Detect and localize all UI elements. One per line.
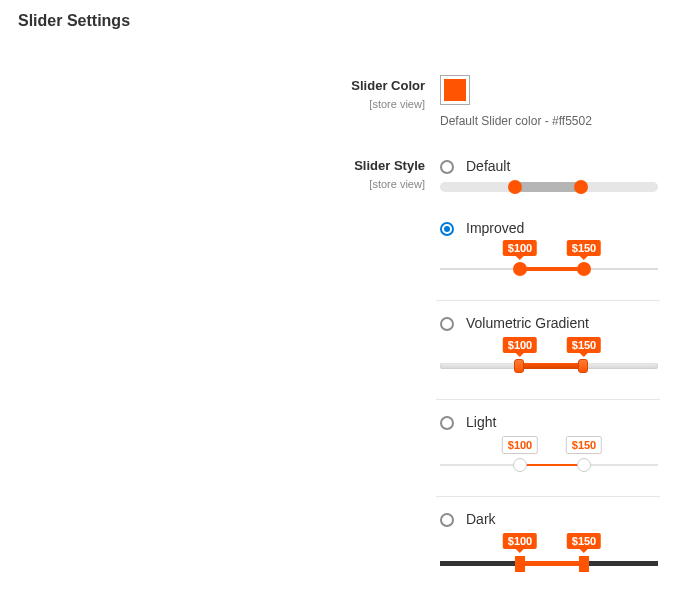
separator-2: [436, 399, 660, 400]
volumetric-handle-low[interactable]: [514, 359, 524, 373]
option-light[interactable]: Light: [440, 414, 666, 430]
preview-light: $100 $150: [440, 438, 658, 476]
radio-light[interactable]: [440, 416, 454, 430]
volumetric-tip-high: $150: [567, 337, 601, 353]
color-swatch[interactable]: [440, 75, 470, 105]
option-label-light: Light: [466, 414, 496, 430]
radio-volumetric[interactable]: [440, 317, 454, 331]
radio-dark[interactable]: [440, 513, 454, 527]
separator: [436, 300, 660, 301]
preview-dark: $100 $150: [440, 535, 658, 575]
label-slider-color: Slider Color [store view]: [0, 78, 425, 112]
preview-improved: $100 $150: [440, 244, 658, 280]
radio-default[interactable]: [440, 160, 454, 174]
light-handle-high[interactable]: [577, 458, 591, 472]
volumetric-tip-low: $100: [503, 337, 537, 353]
dark-tip-low: $100: [503, 533, 537, 549]
option-label-volumetric: Volumetric Gradient: [466, 315, 589, 331]
radio-improved[interactable]: [440, 222, 454, 236]
default-fill: [515, 182, 581, 192]
improved-handle-high[interactable]: [577, 262, 591, 276]
option-label-default: Default: [466, 158, 510, 174]
dark-handle-high[interactable]: [579, 556, 589, 572]
color-swatch-fill: [444, 79, 466, 101]
slider-style-options: Default Improved $100 $150 Volumetric Gr…: [440, 158, 666, 575]
improved-tip-low: $100: [503, 240, 537, 256]
label-slider-style: Slider Style [store view]: [0, 158, 425, 192]
light-handle-low[interactable]: [513, 458, 527, 472]
slider-color-hint: Default Slider color - #ff5502: [440, 114, 670, 128]
option-volumetric[interactable]: Volumetric Gradient: [440, 315, 666, 331]
separator-3: [436, 496, 660, 497]
value-slider-color: Default Slider color - #ff5502: [440, 78, 670, 128]
page-title: Slider Settings: [18, 12, 130, 30]
option-default[interactable]: Default: [440, 158, 666, 174]
volumetric-handle-high[interactable]: [578, 359, 588, 373]
default-handle-low[interactable]: [508, 180, 522, 194]
dark-handle-low[interactable]: [515, 556, 525, 572]
option-label-dark: Dark: [466, 511, 496, 527]
improved-handle-low[interactable]: [513, 262, 527, 276]
label-slider-color-text: Slider Color: [351, 78, 425, 93]
light-tip-high: $150: [566, 436, 602, 454]
default-handle-high[interactable]: [574, 180, 588, 194]
scope-label-2: [store view]: [0, 176, 425, 192]
option-improved[interactable]: Improved: [440, 220, 666, 236]
label-slider-style-text: Slider Style: [354, 158, 425, 173]
improved-tip-high: $150: [567, 240, 601, 256]
preview-volumetric: $100 $150: [440, 339, 658, 379]
scope-label: [store view]: [0, 96, 425, 112]
dark-tip-high: $150: [567, 533, 601, 549]
light-tip-low: $100: [502, 436, 538, 454]
preview-default: [440, 182, 658, 200]
volumetric-fill: [515, 363, 581, 369]
option-dark[interactable]: Dark: [440, 511, 666, 527]
option-label-improved: Improved: [466, 220, 524, 236]
